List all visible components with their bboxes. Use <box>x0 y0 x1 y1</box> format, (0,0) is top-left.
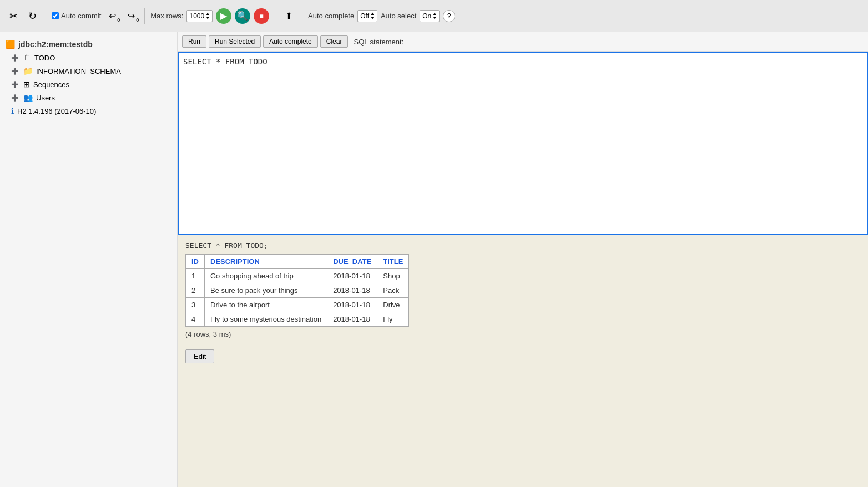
sequences-expand-icon[interactable]: ➕ <box>11 81 19 88</box>
cell-due_date: 2018-01-18 <box>327 312 377 327</box>
auto-commit-checkbox[interactable] <box>52 12 59 19</box>
col-header-due-date[interactable]: DUE_DATE <box>327 255 377 269</box>
sidebar-users-label: Users <box>36 94 55 102</box>
scissors-icon[interactable]: ✂ <box>6 8 21 24</box>
sidebar-sequences-label: Sequences <box>33 80 69 89</box>
run-button[interactable]: ▶ <box>216 8 231 24</box>
refresh-icon[interactable]: ↻ <box>24 8 40 24</box>
col-header-id[interactable]: ID <box>186 255 205 269</box>
cell-description: Fly to some mysterious destination <box>205 312 327 327</box>
auto-complete-sql-button[interactable]: Auto complete <box>263 35 318 48</box>
sidebar-db-root[interactable]: 🟧 jdbc:h2:mem:testdb <box>0 38 177 51</box>
users-expand-icon[interactable]: ➕ <box>11 94 19 102</box>
auto-commit-label: Auto commit <box>61 12 101 20</box>
run-selected-button[interactable]: Run Selected <box>209 35 261 48</box>
cell-title: Shop <box>377 269 409 283</box>
table-row[interactable]: 2Be sure to pack your things2018-01-18Pa… <box>186 283 409 298</box>
table-row[interactable]: 3Drive to the airport2018-01-18Drive <box>186 298 409 312</box>
help-icon[interactable]: ? <box>443 10 455 22</box>
folder-icon-schema: 📁 <box>23 67 33 75</box>
cell-description: Be sure to pack your things <box>205 283 327 298</box>
sidebar-item-sequences[interactable]: ➕ ⊞ Sequences <box>0 78 177 91</box>
sep-2 <box>144 8 145 24</box>
sep-1 <box>46 8 46 24</box>
sidebar-item-users[interactable]: ➕ 👥 Users <box>0 91 177 104</box>
cell-title: Fly <box>377 312 409 327</box>
auto-commit-group: Auto commit <box>52 12 101 20</box>
result-query-text: SELECT * FROM TODO; <box>185 241 860 250</box>
max-rows-label: Max rows: <box>150 12 183 20</box>
todo-expand-icon[interactable]: ➕ <box>11 54 19 62</box>
auto-complete-value: Off <box>360 12 369 20</box>
sidebar-item-version: ℹ H2 1.4.196 (2017-06-10) <box>0 104 177 118</box>
cell-id: 1 <box>186 269 205 283</box>
sep-3 <box>275 8 275 24</box>
sql-editor[interactable] <box>178 52 868 235</box>
auto-select-arrows[interactable]: ▲ ▼ <box>432 12 437 21</box>
max-rows-value: 1000 <box>189 12 204 20</box>
table-header-row: ID DESCRIPTION DUE_DATE TITLE <box>186 255 409 269</box>
redo-icon[interactable]: ↪ 0 <box>123 8 139 24</box>
main-layout: 🟧 jdbc:h2:mem:testdb ➕ 🗒 TODO ➕ 📁 INFORM… <box>0 32 868 487</box>
cell-id: 4 <box>186 312 205 327</box>
sql-toolbar: Run Run Selected Auto complete Clear SQL… <box>178 32 868 52</box>
find-button[interactable]: 🔍 <box>235 8 250 24</box>
cell-id: 3 <box>186 298 205 312</box>
auto-select-label: Auto select <box>381 12 416 20</box>
sequences-icon: ⊞ <box>23 80 30 89</box>
max-rows-spinner[interactable]: 1000 ▲ ▼ <box>186 10 213 22</box>
sidebar-version-label: H2 1.4.196 (2017-06-10) <box>17 107 96 115</box>
ac-down[interactable]: ▼ <box>370 16 375 21</box>
main-toolbar: ✂ ↻ Auto commit ↩ 0 ↪ 0 Max rows: 1000 ▲… <box>0 0 868 32</box>
col-header-title[interactable]: TITLE <box>377 255 409 269</box>
stop-button[interactable]: ■ <box>254 8 269 24</box>
cell-description: Go shopping ahead of trip <box>205 269 327 283</box>
results-area: SELECT * FROM TODO; ID DESCRIPTION DUE_D… <box>178 235 868 487</box>
cell-title: Pack <box>377 283 409 298</box>
sidebar-schema-label: INFORMATION_SCHEMA <box>36 67 121 75</box>
edit-button[interactable]: Edit <box>185 349 214 363</box>
cell-due_date: 2018-01-18 <box>327 269 377 283</box>
export-icon[interactable]: ⬆ <box>281 8 296 24</box>
auto-select-select[interactable]: On ▲ ▼ <box>420 10 440 22</box>
table-row[interactable]: 4Fly to some mysterious destination2018-… <box>186 312 409 327</box>
sql-statement-label: SQL statement: <box>354 38 403 46</box>
cell-description: Drive to the airport <box>205 298 327 312</box>
undo-count: 0 <box>117 17 120 23</box>
cell-id: 2 <box>186 283 205 298</box>
auto-select-value: On <box>422 12 431 20</box>
result-summary: (4 rows, 3 ms) <box>185 330 860 338</box>
run-sql-button[interactable]: Run <box>182 35 206 48</box>
db-folder-icon: 🟧 <box>6 40 15 49</box>
table-icon-todo: 🗒 <box>23 53 31 62</box>
auto-complete-toolbar-label: Auto complete <box>308 12 354 20</box>
sidebar-item-information-schema[interactable]: ➕ 📁 INFORMATION_SCHEMA <box>0 64 177 78</box>
info-icon: ℹ <box>11 106 14 115</box>
cell-due_date: 2018-01-18 <box>327 283 377 298</box>
sidebar: 🟧 jdbc:h2:mem:testdb ➕ 🗒 TODO ➕ 📁 INFORM… <box>0 32 178 487</box>
users-icon: 👥 <box>23 93 33 102</box>
as-down[interactable]: ▼ <box>432 16 437 21</box>
col-header-description[interactable]: DESCRIPTION <box>205 255 327 269</box>
cell-due_date: 2018-01-18 <box>327 298 377 312</box>
results-table: ID DESCRIPTION DUE_DATE TITLE 1Go shoppi… <box>185 254 409 327</box>
redo-count: 0 <box>136 17 139 23</box>
cell-title: Drive <box>377 298 409 312</box>
auto-complete-select[interactable]: Off ▲ ▼ <box>357 10 377 22</box>
content-panel: Run Run Selected Auto complete Clear SQL… <box>178 32 868 487</box>
clear-button[interactable]: Clear <box>320 35 349 48</box>
sidebar-todo-label: TODO <box>34 54 55 62</box>
db-label: jdbc:h2:mem:testdb <box>18 40 93 49</box>
sep-4 <box>302 8 302 24</box>
undo-icon[interactable]: ↩ 0 <box>104 8 120 24</box>
spinner-down[interactable]: ▼ <box>205 16 210 21</box>
schema-expand-icon[interactable]: ➕ <box>11 68 19 75</box>
table-row[interactable]: 1Go shopping ahead of trip2018-01-18Shop <box>186 269 409 283</box>
auto-complete-arrows[interactable]: ▲ ▼ <box>370 12 375 21</box>
spinner-arrows[interactable]: ▲ ▼ <box>205 12 210 21</box>
sidebar-item-todo[interactable]: ➕ 🗒 TODO <box>0 51 177 64</box>
